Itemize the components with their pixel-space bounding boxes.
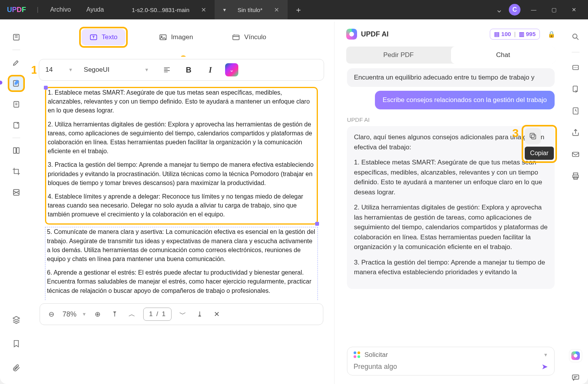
align-left-button[interactable] (160, 63, 174, 77)
svg-rect-21 (572, 375, 579, 379)
share-icon[interactable] (569, 126, 582, 139)
ai-prompt-input[interactable] (354, 363, 541, 371)
ai-resp-line: 1. Establece metas SMART: Asegúrate de q… (354, 157, 548, 197)
ai-title: UPDF AI (361, 30, 389, 38)
svg-rect-11 (531, 135, 536, 139)
image-tool-button[interactable]: Imagen (151, 29, 201, 45)
chevron-down-icon[interactable]: ⌄ (496, 5, 503, 15)
maximize-icon[interactable]: ▢ (547, 3, 561, 17)
document-content[interactable]: 1. Establece metas SMART: Asegúrate de q… (36, 83, 326, 300)
bold-button[interactable]: B (182, 63, 196, 77)
doc-paragraph[interactable]: 4. Establece límites y aprende a delegar… (48, 192, 315, 219)
tab-doc-1[interactable]: 1-s2.0-S0...9831-main ✕ (123, 0, 215, 19)
next-page-button[interactable]: ﹀ (177, 308, 189, 320)
ai-mode-selector[interactable]: Solicitar ▼ (354, 351, 548, 359)
email-icon[interactable] (569, 148, 582, 161)
text-tool-button[interactable]: Texto (82, 29, 125, 45)
svg-rect-17 (572, 152, 579, 157)
chevron-down-icon[interactable]: ▼ (543, 352, 548, 358)
close-icon[interactable]: ✕ (274, 6, 279, 14)
close-icon[interactable]: ✕ (201, 6, 206, 14)
page-nav-bar: ⊖ 78% ▼ ⊕ ⤒ ︿ 1 / 1 ﹀ ⤓ ✕ (40, 303, 323, 325)
last-page-button[interactable]: ⤓ (194, 308, 206, 320)
titlebar: UPDF | Archivo Ayuda 1-s2.0-S0...9831-ma… (0, 0, 588, 19)
svg-rect-12 (530, 133, 534, 138)
ai-mode-label: Solicitar (364, 351, 388, 359)
ai-chat-scroll[interactable]: Encuentra un equilibrio adecuado entre t… (342, 68, 560, 343)
zoom-out-button[interactable]: ⊖ (45, 308, 57, 320)
chevron-down-icon[interactable]: ▼ (82, 311, 87, 317)
copy-button[interactable] (525, 128, 541, 144)
doc-paragraph[interactable]: 2. Utiliza herramientas digitales de ges… (48, 120, 315, 156)
minimize-icon[interactable]: — (527, 3, 541, 17)
ai-header: UPDF AI ▤ 100 | ▥ 995 🔒 (342, 26, 560, 42)
menu-ayuda[interactable]: Ayuda (79, 6, 112, 13)
doc-paragraph[interactable]: 1. Establece metas SMART: Asegúrate de q… (48, 88, 315, 115)
ai-input: Solicitar ▼ ➤ (347, 347, 555, 375)
zoom-in-button[interactable]: ⊕ (92, 308, 104, 320)
highlighter-icon[interactable] (8, 54, 25, 71)
doc-paragraph[interactable]: 5. Comunícate de manera clara y asertiva… (47, 227, 316, 263)
close-window-icon[interactable]: ✕ (567, 3, 581, 17)
close-bar-button[interactable]: ✕ (211, 308, 223, 320)
apps-icon (354, 351, 361, 358)
ai-resp-line: 2. Utiliza herramientas digitales de ges… (354, 202, 548, 252)
doc-paragraph[interactable]: 6. Aprende a gestionar el estrés: El est… (47, 268, 316, 295)
comment-icon[interactable] (569, 371, 582, 384)
page-indicator[interactable]: 1 / 1 (143, 308, 172, 321)
svg-rect-10 (233, 35, 239, 40)
form-icon[interactable] (8, 117, 25, 134)
ai-credits[interactable]: ▤ 100 | ▥ 995 (490, 29, 540, 40)
page-tools-icon[interactable] (8, 96, 25, 113)
user-avatar[interactable]: C (509, 4, 520, 16)
ai-panel: UPDF AI ▤ 100 | ▥ 995 🔒 Pedir PDF Chat E… (334, 22, 563, 384)
tab-doc-2[interactable]: ▾ Sin título* ✕ (215, 0, 288, 19)
doc-paragraph[interactable]: 3. Practica la gestión del tiempo: Apren… (48, 160, 315, 187)
search-icon[interactable] (569, 30, 582, 43)
italic-button[interactable]: I (203, 63, 217, 77)
tab-label: 1-s2.0-S0...9831-main (132, 7, 189, 13)
convert-icon[interactable] (569, 83, 582, 96)
updf-ai-icon[interactable] (569, 349, 582, 362)
reader-mode-icon[interactable] (8, 29, 25, 46)
app-logo: UPDF (0, 6, 33, 14)
menu-archivo[interactable]: Archivo (42, 6, 78, 13)
attachment-icon[interactable] (8, 359, 25, 376)
first-page-button[interactable]: ⤒ (109, 308, 121, 320)
user-message: Escribe consejos relacionados con la ges… (375, 91, 555, 109)
page-current: 1 (149, 310, 153, 318)
layers-icon[interactable] (8, 311, 25, 328)
prev-page-button[interactable]: ︿ (126, 308, 138, 320)
organize-icon[interactable] (8, 142, 25, 159)
ai-sender-label: UPDF AI (347, 116, 555, 123)
ocr-icon[interactable] (569, 61, 582, 74)
crop-icon[interactable] (8, 163, 25, 180)
selection-handle[interactable] (44, 86, 48, 90)
font-size-dropdown[interactable]: 14▼ (45, 66, 76, 74)
image-icon (159, 33, 167, 42)
font-family-value: SegoeUI (84, 66, 109, 74)
new-tab-button[interactable]: ＋ (288, 0, 309, 19)
right-sidebar (563, 22, 588, 384)
send-button[interactable]: ➤ (541, 362, 548, 371)
text-color-button[interactable]: ⌄ (225, 63, 238, 76)
credit-badge-1: ▤ 100 (494, 31, 511, 38)
tab-chat[interactable]: Chat (451, 47, 556, 64)
text-tool-label: Texto (102, 33, 118, 41)
ai-tabs: Pedir PDF Chat (346, 47, 555, 64)
bookmark-icon[interactable] (8, 335, 25, 352)
link-icon (232, 33, 240, 42)
selection-handle[interactable] (315, 222, 319, 226)
redact-icon[interactable] (8, 184, 25, 201)
print-icon[interactable] (569, 170, 582, 183)
link-tool-button[interactable]: Vínculo (224, 29, 274, 45)
compress-icon[interactable] (569, 104, 582, 118)
tab-pedir-pdf[interactable]: Pedir PDF (346, 47, 451, 64)
chevron-down-icon[interactable]: ▾ (223, 7, 226, 13)
lock-icon[interactable]: 🔒 (548, 31, 555, 38)
copy-tooltip: Copiar (525, 147, 554, 160)
ai-resp-line: 3. Practica la gestión del tiempo: Apren… (354, 258, 548, 277)
doc-paragraph[interactable]: 7. Aprende de tus experiencias: Reflexio… (47, 300, 316, 300)
edit-pdf-icon[interactable] (8, 75, 25, 92)
font-family-dropdown[interactable]: SegoeUI▼ (84, 66, 152, 74)
